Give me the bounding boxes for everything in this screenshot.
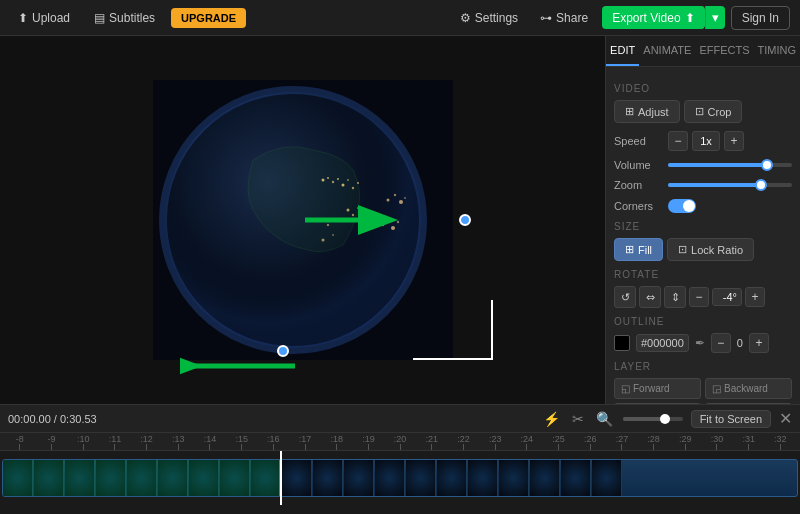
- share-icon: ⊶: [540, 11, 552, 25]
- outline-hex-value: #000000: [636, 334, 689, 352]
- main-area: EDIT ANIMATE EFFECTS TIMING VIDEO ⊞ Adju…: [0, 36, 800, 404]
- subtitles-button[interactable]: ▤ Subtitles: [86, 7, 163, 29]
- export-dropdown-button[interactable]: ▾: [705, 6, 725, 29]
- split-button[interactable]: ⚡: [541, 409, 562, 429]
- zoom-control: [623, 417, 683, 421]
- right-handle[interactable]: [459, 214, 471, 226]
- tab-animate[interactable]: ANIMATE: [639, 36, 695, 66]
- share-button[interactable]: ⊶ Share: [532, 7, 596, 29]
- ruler-mark: :32: [765, 434, 797, 450]
- corners-label: Corners: [614, 200, 664, 212]
- ruler-mark: :15: [226, 434, 258, 450]
- lock-ratio-button[interactable]: ⊡ Lock Ratio: [667, 238, 754, 261]
- eyedropper-icon[interactable]: ✒: [695, 336, 705, 350]
- zoom-slider-thumb[interactable]: [660, 414, 670, 424]
- settings-button[interactable]: ⚙ Settings: [452, 7, 526, 29]
- canvas-inner: [0, 36, 605, 404]
- ruler-mark: :20: [384, 434, 416, 450]
- backward-button[interactable]: ◲ Backward: [705, 378, 792, 399]
- outline-color-swatch[interactable]: [614, 335, 630, 351]
- tab-effects[interactable]: EFFECTS: [695, 36, 753, 66]
- flip-v-button[interactable]: ⇕: [664, 286, 686, 308]
- zoom-thumb[interactable]: [755, 179, 767, 191]
- tab-timing[interactable]: TIMING: [754, 36, 801, 66]
- time-display: 00:00.00 / 0:30.53: [8, 413, 97, 425]
- green-arrow-bottom: [180, 346, 300, 386]
- ruler-mark: :23: [479, 434, 511, 450]
- scissors-button[interactable]: ✂: [570, 409, 586, 429]
- crop-button[interactable]: ⊡ Crop: [684, 100, 743, 123]
- track-frame: [65, 460, 95, 496]
- fit-screen-button[interactable]: Fit to Screen: [691, 410, 771, 428]
- front-button[interactable]: ◳ Front: [614, 403, 701, 404]
- back-button[interactable]: ◰ Back: [705, 403, 792, 404]
- ruler-mark: :21: [416, 434, 448, 450]
- sign-in-button[interactable]: Sign In: [731, 6, 790, 30]
- track-frame: [468, 460, 498, 496]
- zoom-out-button[interactable]: 🔍: [594, 409, 615, 429]
- speed-decrease-button[interactable]: −: [668, 131, 688, 151]
- ruler-mark: :17: [289, 434, 321, 450]
- ruler-mark: :18: [321, 434, 353, 450]
- rotate-controls: ↺ ⇔ ⇕ − -4° +: [614, 286, 792, 308]
- adjust-button[interactable]: ⊞ Adjust: [614, 100, 680, 123]
- subtitles-icon: ▤: [94, 11, 105, 25]
- rotate-increase-button[interactable]: +: [745, 287, 765, 307]
- track-frame: [375, 460, 405, 496]
- rotate-section-label: ROTATE: [614, 269, 792, 280]
- track-frame: [344, 460, 374, 496]
- track-frame: [158, 460, 188, 496]
- nav-left: ⬆ Upload ▤ Subtitles UPGRADE: [10, 7, 392, 29]
- outline-decrease-button[interactable]: −: [711, 333, 731, 353]
- track-frame: [220, 460, 250, 496]
- ruler-mark: :12: [131, 434, 163, 450]
- backward-icon: ◲: [712, 383, 721, 394]
- volume-thumb[interactable]: [761, 159, 773, 171]
- rotate-ccw-button[interactable]: ↺: [614, 286, 636, 308]
- export-group: Export Video ⬆ ▾: [602, 6, 725, 29]
- adjust-icon: ⊞: [625, 105, 634, 118]
- volume-row: Volume: [614, 159, 792, 171]
- timeline-area: 00:00.00 / 0:30.53 ⚡ ✂ 🔍 Fit to Screen ✕…: [0, 404, 800, 514]
- export-button[interactable]: Export Video ⬆: [602, 6, 705, 29]
- upgrade-button[interactable]: UPGRADE: [171, 8, 246, 28]
- outline-size-value: 0: [737, 337, 743, 349]
- forward-button[interactable]: ◱ Forward: [614, 378, 701, 399]
- fill-icon: ⊞: [625, 243, 634, 256]
- track-clip[interactable]: [2, 459, 798, 497]
- upload-button[interactable]: ⬆ Upload: [10, 7, 78, 29]
- timeline-tracks: [0, 451, 800, 505]
- zoom-slider[interactable]: [623, 417, 683, 421]
- zoom-slider[interactable]: [668, 183, 792, 187]
- track-frame: [499, 460, 529, 496]
- ruler-mark: -9: [36, 434, 68, 450]
- size-section-label: SIZE: [614, 221, 792, 232]
- rotate-decrease-button[interactable]: −: [689, 287, 709, 307]
- panel-content: VIDEO ⊞ Adjust ⊡ Crop Speed − 1x +: [606, 67, 800, 404]
- ruler-mark: -8: [4, 434, 36, 450]
- track-frame: [282, 460, 312, 496]
- volume-slider[interactable]: [668, 163, 792, 167]
- speed-increase-button[interactable]: +: [724, 131, 744, 151]
- ruler-mark: :26: [574, 434, 606, 450]
- zoom-label: Zoom: [614, 179, 664, 191]
- ruler-mark: :27: [606, 434, 638, 450]
- outline-increase-button[interactable]: +: [749, 333, 769, 353]
- ruler-marks: -8-9:10:11:12:13:14:15:16:17:18:19:20:21…: [4, 433, 796, 450]
- outline-row: #000000 ✒ − 0 +: [614, 333, 792, 353]
- track-frame: [96, 460, 126, 496]
- corners-row: Corners: [614, 199, 792, 213]
- ruler-mark: :24: [511, 434, 543, 450]
- volume-label: Volume: [614, 159, 664, 171]
- fill-button[interactable]: ⊞ Fill: [614, 238, 663, 261]
- video-track: [0, 459, 800, 497]
- flip-h-button[interactable]: ⇔: [639, 286, 661, 308]
- corners-toggle[interactable]: [668, 199, 696, 213]
- ruler-mark: :28: [638, 434, 670, 450]
- close-timeline-button[interactable]: ✕: [779, 409, 792, 428]
- ruler-mark: :11: [99, 434, 131, 450]
- rotate-value: -4°: [717, 291, 737, 303]
- track-frame: [530, 460, 560, 496]
- tab-edit[interactable]: EDIT: [606, 36, 639, 66]
- speed-row: Speed − 1x +: [614, 131, 792, 151]
